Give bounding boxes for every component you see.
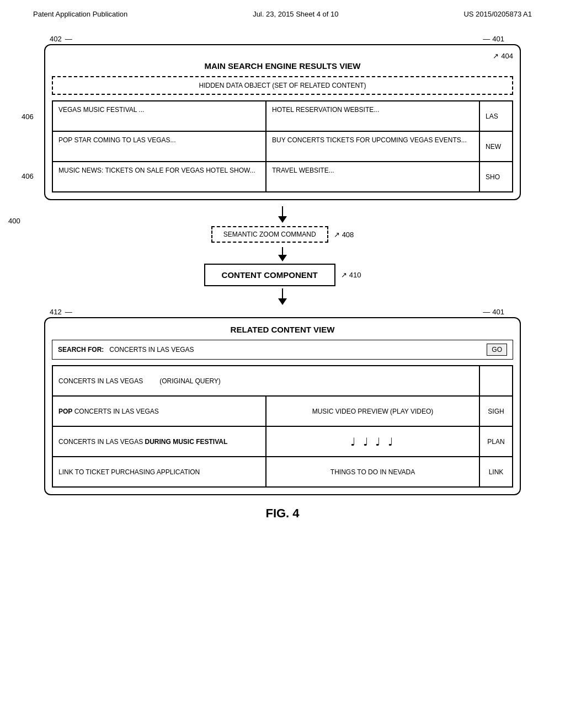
ref-400-label: 400 bbox=[8, 217, 20, 225]
ref-402-label: 402 bbox=[50, 35, 62, 43]
arrow-down-2 bbox=[278, 255, 287, 261]
result-row3-col3: SHO bbox=[479, 162, 513, 192]
arrow-down-3 bbox=[278, 298, 287, 305]
ref-401a-arrow: — bbox=[483, 35, 490, 43]
related-row2-col2: ♩ ♩ ♩ ♩ bbox=[266, 426, 479, 457]
related-row2-col3: PLAN bbox=[479, 426, 513, 457]
original-query-text: CONCERTS IN LAS VEGAS bbox=[58, 377, 143, 385]
semantic-zoom-label: SEMANTIC ZOOM COMMAND bbox=[223, 231, 316, 238]
arrow-line-top bbox=[282, 206, 283, 216]
related-row3-col1: LINK TO TICKET PURCHASING APPLICATION bbox=[52, 457, 266, 487]
ref-412-label: 412 bbox=[50, 308, 62, 316]
related-row1-col1: POP CONCERTS IN LAS VEGAS bbox=[52, 396, 266, 426]
related-row3-col3: LINK bbox=[479, 457, 513, 487]
hidden-data-label: HIDDEN DATA OBJECT (SET OF RELATED CONTE… bbox=[199, 82, 366, 89]
original-query-label: (ORIGINAL QUERY) bbox=[159, 377, 221, 385]
ref-404-arrow: ↗ bbox=[493, 52, 499, 60]
content-component-box: CONTENT COMPONENT bbox=[204, 264, 335, 286]
related-view-box: RELATED CONTENT VIEW SEARCH FOR: CONCERT… bbox=[44, 317, 521, 495]
arrow-down-1 bbox=[278, 216, 287, 223]
ref-410-label: 410 bbox=[349, 271, 361, 279]
page-header: Patent Application Publication Jul. 23, … bbox=[0, 0, 565, 24]
search-value: CONCERTS IN LAS VEGAS bbox=[109, 346, 194, 354]
search-view-box: ↗ 404 MAIN SEARCH ENGINE RESULTS VIEW HI… bbox=[44, 44, 521, 200]
arrow-line-bot bbox=[282, 288, 283, 298]
search-bar-row: SEARCH FOR: CONCERTS IN LAS VEGAS GO bbox=[52, 340, 513, 360]
related-row1-col3: SIGH bbox=[479, 396, 513, 426]
related-row2-col1: CONCERTS IN LAS VEGAS DURING MUSIC FESTI… bbox=[52, 426, 266, 457]
ref-401a-label: 401 bbox=[492, 35, 504, 43]
fig-label: FIG. 4 bbox=[44, 506, 521, 521]
search-label: SEARCH FOR: bbox=[58, 346, 104, 354]
search-view-title: MAIN SEARCH ENGINE RESULTS VIEW bbox=[52, 61, 513, 71]
middle-section: SEMANTIC ZOOM COMMAND ↗ 408 CONTENT COMP… bbox=[44, 200, 521, 308]
ref-406b-label: 406 bbox=[22, 172, 34, 180]
ref-404-label: 404 bbox=[501, 52, 513, 60]
header-center: Jul. 23, 2015 Sheet 4 of 10 bbox=[253, 10, 338, 18]
ref-408-label: 408 bbox=[342, 231, 354, 239]
result-row3-col1: MUSIC NEWS: TICKETS ON SALE FOR VEGAS HO… bbox=[52, 162, 266, 192]
header-left: Patent Application Publication bbox=[33, 10, 127, 18]
arrow-line-mid bbox=[282, 247, 283, 255]
go-button[interactable]: GO bbox=[487, 344, 507, 356]
related-view-title: RELATED CONTENT VIEW bbox=[52, 325, 513, 334]
ref-402-arrow: — bbox=[65, 35, 72, 43]
original-query-row: CONCERTS IN LAS VEGAS (ORIGINAL QUERY) bbox=[52, 366, 479, 396]
ref-406a-label: 406 bbox=[22, 113, 34, 121]
result-row1-col1: VEGAS MUSIC FESTIVAL ... bbox=[52, 101, 266, 131]
result-row3-col2: TRAVEL WEBSITE... bbox=[266, 162, 479, 192]
original-query-col3 bbox=[479, 366, 513, 396]
header-right: US 2015/0205873 A1 bbox=[463, 10, 532, 18]
related-grid: CONCERTS IN LAS VEGAS (ORIGINAL QUERY) P… bbox=[52, 365, 513, 488]
ref-401b-label: 401 bbox=[492, 308, 504, 316]
related-row1-col2: MUSIC VIDEO PREVIEW (PLAY VIDEO) bbox=[266, 396, 479, 426]
result-row2-col2: BUY CONCERTS TICKETS FOR UPCOMING VEGAS … bbox=[266, 131, 479, 162]
content-component-label: CONTENT COMPONENT bbox=[222, 270, 318, 280]
hidden-data-box: HIDDEN DATA OBJECT (SET OF RELATED CONTE… bbox=[52, 76, 513, 95]
result-row1-col2: HOTEL RESERVATION WEBSITE... bbox=[266, 101, 479, 131]
results-grid: VEGAS MUSIC FESTIVAL ... HOTEL RESERVATI… bbox=[52, 100, 513, 192]
result-row2-col1: POP STAR COMING TO LAS VEGAS... bbox=[52, 131, 266, 162]
related-row3-col2: THINGS TO DO IN NEVADA bbox=[266, 457, 479, 487]
result-row2-col3: NEW bbox=[479, 131, 513, 162]
result-row1-col3: LAS bbox=[479, 101, 513, 131]
ref-410-arrow: ↗ bbox=[341, 271, 347, 279]
diagram-wrapper: 402 — — 401 ↗ 404 MAIN SEARCH ENGINE RES… bbox=[44, 35, 521, 495]
semantic-zoom-box: SEMANTIC ZOOM COMMAND bbox=[211, 226, 328, 243]
ref-408-arrow: ↗ bbox=[334, 231, 340, 239]
